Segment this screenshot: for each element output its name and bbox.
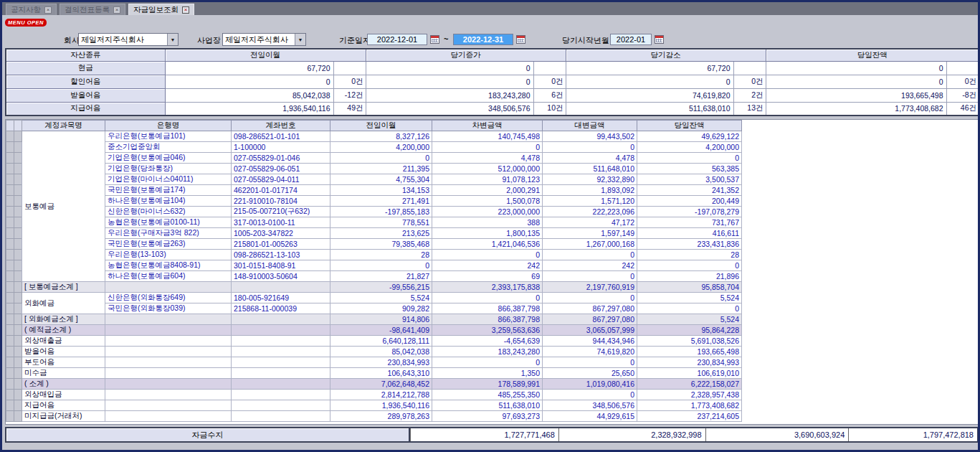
row-indicator[interactable] — [14, 390, 22, 400]
row-indicator[interactable] — [14, 314, 22, 325]
calendar-icon[interactable] — [516, 35, 525, 44]
row-indicator[interactable] — [6, 260, 14, 271]
table-row[interactable]: 보통예금우리은행(보통예금101)098-286521-01-1018,327,… — [6, 131, 742, 142]
table-row[interactable]: ( 예적금소계 )-98,641,4093,259,563,6363,065,0… — [6, 325, 742, 336]
row-indicator[interactable] — [6, 400, 14, 411]
row-indicator[interactable] — [14, 368, 22, 379]
summary-row[interactable]: 받을어음85,042,038-12건183,243,2806건74,619,82… — [6, 88, 979, 102]
table-row[interactable]: 신한은행(마이너스632)215-05-007210(구632)-197,855… — [6, 207, 742, 217]
company-select[interactable]: 제일저지주식회사 ▼ — [78, 33, 179, 46]
table-row[interactable]: 외상매입금2,814,212,788485,255,35002,328,957,… — [6, 390, 742, 400]
table-row[interactable]: 지급어음1,936,540,116511,638,010348,506,5761… — [6, 400, 742, 411]
row-indicator[interactable] — [14, 325, 22, 336]
row-indicator[interactable] — [6, 185, 14, 196]
row-indicator[interactable] — [14, 293, 22, 303]
table-row[interactable]: 하나은행(보통예금604)148-910003-5060421,82769021… — [6, 271, 742, 282]
table-row[interactable]: 기업은행(마이너스04011)027-055829-04-0114,755,30… — [6, 174, 742, 185]
row-indicator[interactable] — [6, 303, 14, 314]
row-indicator[interactable] — [14, 347, 22, 357]
row-indicator[interactable] — [6, 314, 14, 325]
row-indicator[interactable] — [6, 153, 14, 164]
row-indicator[interactable] — [6, 174, 14, 185]
table-row[interactable]: 부도어음230,834,99300230,834,993 — [6, 357, 742, 368]
tab-close-icon[interactable]: × — [182, 6, 189, 14]
table-row[interactable]: 농협은행(보통예금0100-11)317-0013-0100-11778,551… — [6, 217, 742, 228]
tab-1[interactable]: 공지사항× — [6, 4, 57, 15]
tab-close-icon[interactable]: × — [113, 6, 120, 14]
row-indicator[interactable] — [14, 228, 22, 239]
summary-row[interactable]: 현금67,720067,7200 — [6, 61, 979, 75]
row-indicator[interactable] — [6, 142, 14, 153]
row-indicator[interactable] — [14, 379, 22, 390]
row-indicator[interactable] — [14, 142, 22, 153]
table-row[interactable]: 외화예금신한은행(외화통장649)180-005-9216495,524005,… — [6, 293, 742, 303]
row-indicator[interactable] — [14, 282, 22, 293]
row-indicator[interactable] — [6, 228, 14, 239]
row-indicator[interactable] — [14, 207, 22, 217]
row-indicator[interactable] — [6, 325, 14, 336]
row-indicator[interactable] — [14, 260, 22, 271]
row-indicator[interactable] — [6, 239, 14, 250]
row-indicator[interactable] — [6, 411, 14, 422]
row-indicator[interactable] — [6, 390, 14, 400]
row-indicator[interactable] — [6, 196, 14, 207]
date-to-input[interactable]: 2022-12-31 — [453, 34, 513, 45]
tab-close-icon[interactable]: × — [44, 6, 52, 14]
row-indicator[interactable] — [6, 271, 14, 282]
table-row[interactable]: 국민은행(보통예금174)462201-01-017174134,1532,00… — [6, 185, 742, 196]
table-row[interactable]: 기업은행(당좌통장)027-055829-06-051211,395512,00… — [6, 164, 742, 174]
table-row[interactable]: 중소기업중앙회1-1000004,200,000004,200,000 — [6, 142, 742, 153]
tab-2[interactable]: 결의전표등록× — [60, 4, 125, 15]
row-indicator[interactable] — [6, 131, 14, 142]
row-indicator[interactable] — [6, 368, 14, 379]
tab-3[interactable]: 자금일보조회× — [128, 4, 194, 15]
row-indicator[interactable] — [14, 239, 22, 250]
row-indicator[interactable] — [14, 217, 22, 228]
row-indicator[interactable] — [6, 164, 14, 174]
row-indicator[interactable] — [14, 357, 22, 368]
row-indicator[interactable] — [14, 303, 22, 314]
table-row[interactable]: 농협은행(보통예금8408-91)301-0151-8408-910242242… — [6, 260, 742, 271]
summary-row[interactable]: 지급어음1,936,540,11649건348,506,57610건511,63… — [6, 102, 979, 116]
table-row[interactable]: 받을어음85,042,038183,243,28074,619,820193,6… — [6, 347, 742, 357]
summary-row[interactable]: 할인어음00건00건00건00건 — [6, 75, 979, 88]
table-row[interactable]: 외상매출금6,640,128,111-4,654,639944,434,9465… — [6, 336, 742, 347]
table-row[interactable]: ( 소계 )7,062,648,452178,589,9911,019,080,… — [6, 379, 742, 390]
row-indicator[interactable] — [6, 357, 14, 368]
row-indicator[interactable] — [6, 347, 14, 357]
table-row[interactable]: 우리은행(13-103)098-286521-13-103280028 — [6, 250, 742, 260]
row-indicator[interactable] — [6, 250, 14, 260]
table-row[interactable]: 미수금106,643,3101,35025,650106,619,010 — [6, 368, 742, 379]
row-indicator[interactable] — [14, 131, 22, 142]
row-indicator[interactable] — [14, 164, 22, 174]
row-indicator[interactable] — [6, 293, 14, 303]
row-indicator[interactable] — [6, 207, 14, 217]
row-indicator[interactable] — [14, 400, 22, 411]
table-row[interactable]: [ 보통예금소계 ]-99,556,2152,393,175,8382,197,… — [6, 282, 742, 293]
row-indicator[interactable] — [14, 250, 22, 260]
table-row[interactable]: [ 외화예금소계 ]914,806866,387,798867,297,0805… — [6, 314, 742, 325]
period-start-input[interactable]: 2022-01 — [610, 34, 652, 45]
row-indicator[interactable] — [6, 217, 14, 228]
site-select[interactable]: 제일저지주식회사 ▼ — [222, 33, 306, 46]
row-indicator[interactable] — [6, 379, 14, 390]
calendar-icon[interactable] — [655, 35, 664, 44]
menu-open-button[interactable]: MENU OPEN — [5, 19, 47, 27]
row-indicator[interactable] — [14, 174, 22, 185]
row-indicator[interactable] — [14, 411, 22, 422]
row-indicator[interactable] — [14, 196, 22, 207]
table-row[interactable]: 우리은행(구매자금3억 822)1005-203-347822213,6251,… — [6, 228, 742, 239]
table-row[interactable]: 국민은행(외화통장039)215868-11-000039909,282866,… — [6, 303, 742, 314]
row-indicator[interactable] — [6, 282, 14, 293]
row-indicator[interactable] — [14, 271, 22, 282]
date-from-input[interactable]: 2022-12-01 — [367, 34, 427, 45]
row-indicator[interactable] — [14, 185, 22, 196]
row-indicator[interactable] — [6, 336, 14, 347]
table-row[interactable]: 국민은행(보통예금263)215801-01-00526379,385,4681… — [6, 239, 742, 250]
table-row[interactable]: 하나은행(보통예금104)221-910010-78104271,4911,50… — [6, 196, 742, 207]
table-row[interactable]: 기업은행(보통예금046)027-055829-01-04604,4784,47… — [6, 153, 742, 164]
table-row[interactable]: 미지급금(거래처)289,978,26397,693,27344,929,615… — [6, 411, 742, 422]
row-indicator[interactable] — [14, 153, 22, 164]
row-indicator[interactable] — [14, 336, 22, 347]
calendar-icon[interactable] — [430, 35, 439, 44]
